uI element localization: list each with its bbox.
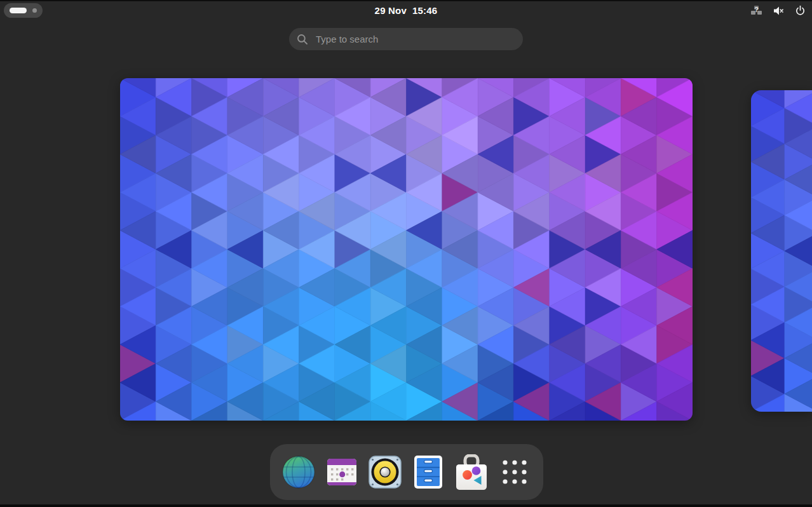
workspace-active-indicator	[10, 8, 27, 13]
show-apps-grid-icon	[501, 458, 529, 486]
search-bar[interactable]	[289, 28, 523, 50]
top-bar: 29 Nov 15:46 ?	[0, 1, 812, 20]
clock[interactable]: 29 Nov 15:46	[375, 1, 438, 20]
calendar-icon	[326, 457, 358, 487]
workspace-dot-indicator	[32, 8, 37, 13]
system-status-area[interactable]: ?	[750, 1, 806, 20]
web-browser-globe-icon	[282, 456, 315, 489]
clock-date: 29 Nov	[375, 5, 407, 16]
dock-item-show-apps[interactable]	[497, 455, 532, 489]
search-icon	[297, 34, 308, 45]
screen-bottom-edge	[0, 504, 812, 507]
search-input[interactable]	[315, 33, 515, 45]
gnome-activities-overview: 29 Nov 15:46 ?	[0, 0, 812, 507]
workspace-indicator[interactable]	[4, 3, 43, 18]
dock-item-calendar[interactable]	[325, 455, 359, 489]
wallpaper-triangles	[120, 78, 693, 421]
dock-item-software[interactable]	[454, 455, 489, 489]
clock-time: 15:46	[412, 5, 437, 16]
dock-item-music-player[interactable]	[368, 455, 402, 489]
network-unknown-icon[interactable]: ?	[750, 5, 762, 16]
wallpaper-triangles-partial	[751, 90, 812, 412]
dock	[270, 444, 543, 500]
workspace-thumbnail-current[interactable]	[120, 78, 693, 421]
dock-item-web-browser[interactable]	[281, 455, 316, 489]
dock-item-files[interactable]	[411, 455, 445, 489]
power-icon[interactable]	[795, 5, 806, 16]
volume-muted-icon[interactable]	[773, 6, 784, 16]
files-cabinet-icon	[414, 455, 443, 489]
workspace-thumbnail-next[interactable]	[751, 90, 812, 412]
music-speaker-icon	[368, 455, 402, 489]
software-bag-icon	[455, 454, 488, 490]
svg-text:?: ?	[754, 6, 759, 13]
